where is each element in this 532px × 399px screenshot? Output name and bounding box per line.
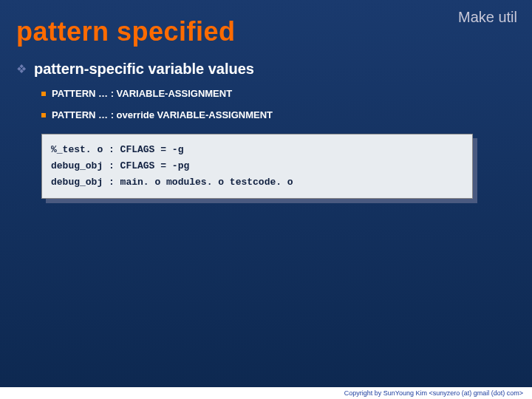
item-text: PATTERN … : override VARIABLE-ASSIGNMENT [52,109,273,120]
code-line: debug_obj : main. o modules. o testcode.… [51,177,293,188]
item-text: PATTERN … : VARIABLE-ASSIGNMENT [52,88,232,99]
square-bullet-icon [41,113,46,117]
footer-copyright: Copyright by SunYoung Kim <sunyzero (at)… [0,387,532,399]
slide-title: pattern specified [0,0,532,47]
code-block: %_test. o : CFLAGS = -g debug_obj : CFLA… [41,134,473,199]
code-line: debug_obj : CFLAGS = -pg [51,160,189,171]
subtitle-text: pattern-specific variable values [34,61,254,78]
code-line: %_test. o : CFLAGS = -g [51,144,183,155]
code-box: %_test. o : CFLAGS = -g debug_obj : CFLA… [41,134,473,199]
subtitle-row: ❖ pattern-specific variable values [0,47,532,78]
diamond-bullet-icon: ❖ [16,62,27,76]
square-bullet-icon [41,92,46,96]
header-label: Make util [458,9,517,26]
list-item: PATTERN … : override VARIABLE-ASSIGNMENT [0,109,532,120]
list-item: PATTERN … : VARIABLE-ASSIGNMENT [0,88,532,99]
